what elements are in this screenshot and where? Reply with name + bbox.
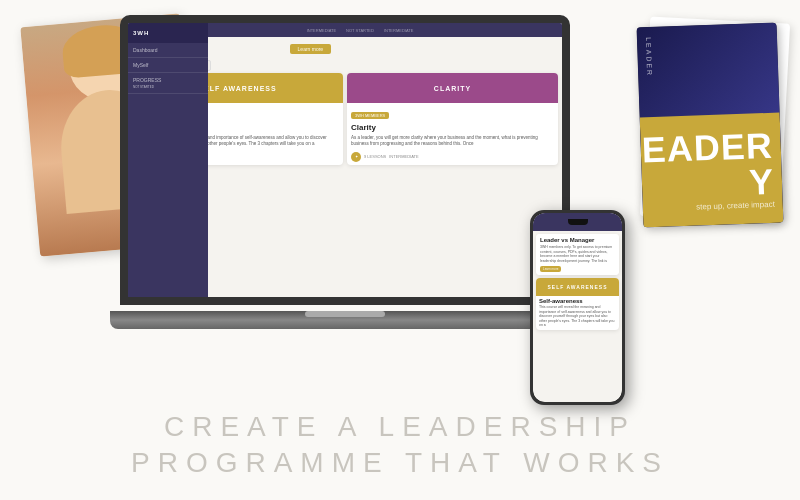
nav-item-my-self: MySelf [128,58,208,73]
bottom-text-area: CREATE A LEADERSHIP PROGRAMME THAT WORKS [0,390,800,500]
clarity-lessons: 9 LESSONS [364,154,386,159]
course-card-clarity: CLARITY 3WH MEMBERS Clarity As a leader,… [347,73,558,165]
nav-item-dashboard: Dashboard [128,43,208,58]
left-panel: 3WH Dashboard MySelf PROGRESSNOT STARTED [128,23,208,297]
phone-learn-more-btn[interactable]: Learn more [540,266,561,272]
phone-mockup: Leader vs Manager 3WH members only. To g… [530,210,625,405]
phone-card-self-awareness: SELF AWARENESS Self-awareness This cours… [536,278,619,330]
phone-awareness-title: Self-awareness [539,298,616,304]
clarity-level: INTERMEDIATE [389,154,418,159]
screen-inner: 3WH Dashboard MySelf PROGRESSNOT STARTED… [128,37,562,293]
main-scene: INTERMEDIATE NOT STARTED INTERMEDIATE 3W… [0,0,800,500]
phone-card-awareness-label: SELF AWARENESS [548,284,608,290]
phone-card-gold-header: SELF AWARENESS [536,278,619,296]
screen-content: INTERMEDIATE NOT STARTED INTERMEDIATE 3W… [128,23,562,297]
book-front: LEADER LEADER Y step up, create impact [637,23,784,228]
phone-card-leader-manager: Leader vs Manager 3WH members only. To g… [536,234,619,275]
book-tagline: step up, create impact [696,199,775,211]
phone-card-title-1: Leader vs Manager [540,237,615,243]
meta-icon-clarity: ✦ [351,152,361,162]
card-badge-clarity: 3WH MEMBERS [351,112,389,119]
nav-tab-intermediate-2: INTERMEDIATE [384,28,413,33]
learn-more-row: Learn more Learn more [152,41,558,58]
card-header-purple: CLARITY [347,73,558,103]
phone-notch [568,219,588,225]
card-body-clarity: As a leader, you will get more clarity w… [347,134,558,149]
laptop-base [110,311,580,329]
book-title-area: LEADER Y step up, create impact [640,113,784,228]
card-title-clarity: Clarity [347,121,558,134]
learn-more-btn-2[interactable]: Learn more [290,44,332,54]
phone-card-body-1: 3WH members only. To get access to premi… [540,245,615,263]
bottom-headline-2: PROGRAMME THAT WORKS [131,447,669,479]
phone-screen: Leader vs Manager 3WH members only. To g… [533,213,622,402]
laptop-screen: INTERMEDIATE NOT STARTED INTERMEDIATE 3W… [120,15,570,305]
book-stack: LEADER LEADER Y step up, create impact [640,25,780,225]
bottom-headline-1: CREATE A LEADERSHIP [164,411,636,443]
nav-tab-intermediate-1: INTERMEDIATE [307,28,336,33]
book-subtitle-letter: Y [748,163,774,200]
book-spine-label: LEADER [645,37,653,77]
phone-top-bar [533,213,622,231]
brand-logo: 3WH [133,30,149,36]
nav-tab-not-started: NOT STARTED [346,28,374,33]
card-meta-clarity: ✦ 9 LESSONS INTERMEDIATE [347,149,558,165]
nav-item-progress: PROGRESSNOT STARTED [128,73,208,94]
phone-awareness-body: This course will reveal the meaning and … [539,305,616,328]
